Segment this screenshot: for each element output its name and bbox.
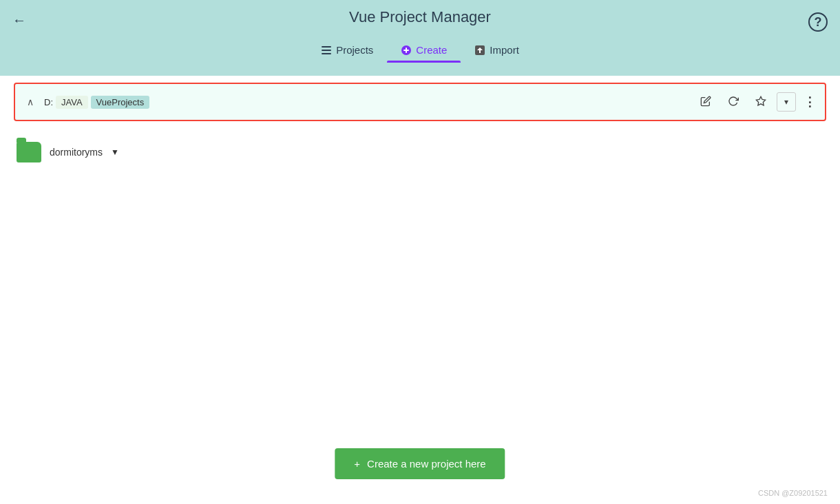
- path-more-button[interactable]: ⋮: [800, 92, 819, 112]
- path-drive: D:: [44, 97, 53, 107]
- svg-marker-8: [756, 96, 765, 105]
- create-new-project-button[interactable]: + Create a new project here: [335, 448, 505, 479]
- list-icon: [321, 45, 332, 56]
- tab-create-label: Create: [416, 44, 447, 56]
- path-folder-java[interactable]: JAVA: [56, 96, 88, 109]
- path-folder-vueprojects[interactable]: VueProjects: [91, 96, 150, 109]
- path-edit-button[interactable]: [694, 90, 717, 114]
- path-bar-wrapper: ∧ D: JAVA VueProjects: [14, 83, 826, 121]
- header: ← Vue Project Manager ? Projects: [0, 0, 840, 76]
- chevron-down-icon: ▾: [784, 97, 788, 107]
- app-title: Vue Project Manager: [349, 8, 491, 26]
- path-segment: D: JAVA VueProjects: [44, 96, 149, 109]
- svg-rect-5: [403, 50, 409, 51]
- watermark: CSDN @Z09201521: [758, 489, 828, 497]
- back-button[interactable]: ←: [12, 12, 26, 28]
- list-item[interactable]: dormitoryms ▼: [17, 139, 823, 165]
- path-toggle-button[interactable]: ∧: [21, 92, 40, 112]
- path-bar: ∧ D: JAVA VueProjects: [15, 84, 825, 120]
- nav-tabs: Projects Create Import: [307, 39, 533, 61]
- path-dropdown-button[interactable]: ▾: [777, 92, 796, 112]
- star-icon: [755, 96, 766, 109]
- tab-import-label: Import: [490, 44, 519, 56]
- edit-icon: [700, 96, 711, 109]
- plus-circle-icon: [401, 45, 412, 56]
- create-button-label: Create a new project here: [367, 458, 486, 470]
- create-button-wrapper: + Create a new project here: [335, 448, 505, 479]
- import-icon: [474, 45, 485, 56]
- folder-dropdown-icon[interactable]: ▼: [111, 147, 119, 157]
- tab-create[interactable]: Create: [387, 39, 461, 61]
- help-button[interactable]: ?: [808, 12, 828, 32]
- tab-import[interactable]: Import: [461, 39, 533, 61]
- folder-name: dormitoryms: [50, 147, 103, 158]
- refresh-icon: [728, 96, 739, 109]
- tab-projects[interactable]: Projects: [307, 39, 387, 61]
- path-star-button[interactable]: [749, 90, 773, 114]
- more-vertical-icon: ⋮: [804, 94, 816, 109]
- content-area: dormitoryms ▼: [0, 128, 840, 176]
- svg-rect-1: [322, 50, 331, 51]
- folder-icon: [17, 142, 41, 162]
- path-refresh-button[interactable]: [722, 90, 745, 114]
- svg-rect-0: [322, 46, 331, 48]
- tab-projects-label: Projects: [336, 44, 373, 56]
- svg-rect-2: [322, 53, 331, 54]
- create-plus-icon: +: [354, 458, 360, 470]
